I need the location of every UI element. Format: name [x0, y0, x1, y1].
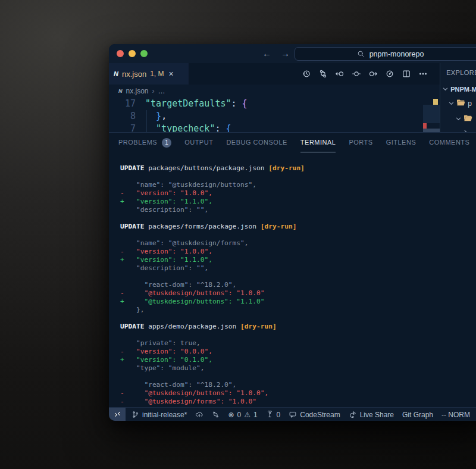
panel-tab-comments[interactable]: COMMENTS	[429, 133, 469, 152]
terminal-line: + "version": "1.1.0",	[120, 198, 476, 206]
panel-tab-gitlens[interactable]: GITLENS	[386, 133, 416, 152]
panel-tab-label: PROBLEMS	[118, 133, 157, 152]
current-change-icon[interactable]	[351, 69, 361, 79]
more-actions-icon[interactable]	[418, 69, 428, 79]
panel-tab-label: PORTS	[349, 133, 372, 152]
terminal-text: UPDATE	[120, 164, 144, 172]
live-share-status-item[interactable]: Live Share	[349, 411, 394, 419]
terminal-line: },	[120, 306, 476, 314]
panel-tab-ports[interactable]: PORTS	[349, 133, 372, 152]
ports-count: 0	[277, 411, 281, 419]
minimize-window-button[interactable]	[129, 50, 136, 57]
code-token: "typecheck"	[156, 123, 215, 132]
gitlens-commits-icon[interactable]	[212, 411, 220, 418]
command-center-search[interactable]: pnpm-monorepo	[295, 47, 476, 61]
terminal-line	[120, 173, 476, 181]
editor-group: N nx.json 1, M ×	[109, 63, 440, 132]
terminal-text: "react-dom": "^18.2.0",	[120, 381, 236, 389]
timeline-history-icon[interactable]	[301, 69, 311, 79]
terminal-text: + "version": "0.1.0",	[120, 356, 212, 364]
code-line: 8 },	[109, 110, 440, 123]
gauge-blame-icon[interactable]	[384, 69, 394, 79]
minimap[interactable]	[423, 98, 440, 132]
terminal-text: [dry-run]	[240, 323, 277, 330]
explorer-collapsed-item[interactable]	[463, 127, 468, 132]
terminal-text: - "version": "1.0.0",	[120, 189, 212, 197]
terminal-line: + "version": "0.1.0",	[120, 356, 476, 364]
terminal-output[interactable]: UPDATE packages/buttons/package.json [dr…	[109, 152, 476, 407]
chevron-down-icon	[449, 99, 454, 108]
code-token: }	[156, 110, 161, 123]
terminal-text: [dry-run]	[268, 164, 305, 172]
editor-actions	[301, 63, 428, 85]
terminal-text: "description": "",	[120, 206, 208, 214]
split-editor-icon[interactable]	[401, 69, 411, 79]
breadcrumb-ellipsis[interactable]: …	[158, 87, 165, 95]
vscode-window: ← → pnpm-monorepo N nx.json 1, M ×	[109, 44, 476, 421]
horizontal-scrollbar[interactable]	[423, 129, 440, 132]
remote-indicator[interactable]	[109, 408, 126, 421]
chevron-down-icon	[456, 115, 461, 123]
chevron-down-icon	[443, 86, 448, 93]
terminal-line: - "version": "0.0.0",	[120, 348, 476, 356]
panel-tab-terminal[interactable]: TERMINAL	[300, 133, 336, 152]
terminal-text: [dry-run]	[261, 223, 297, 230]
traffic-lights	[117, 50, 148, 57]
title-bar[interactable]: ← → pnpm-monorepo	[109, 44, 476, 63]
navigate-forward-icon[interactable]: →	[281, 48, 290, 60]
codestream-status-item[interactable]: CodeStream	[289, 411, 340, 419]
navigate-back-icon[interactable]: ←	[262, 48, 271, 60]
bottom-panel: PROBLEMS 1 OUTPUT DEBUG CONSOLE TERMINAL…	[109, 132, 476, 407]
open-folder-icon	[456, 99, 465, 108]
explorer-root-label: PNPM-MONOREPO	[450, 86, 476, 93]
terminal-line: UPDATE apps/demo/package.json [dry-run]	[120, 323, 476, 331]
next-change-icon[interactable]	[368, 69, 378, 79]
previous-change-icon[interactable]	[334, 69, 345, 79]
terminal-line: - "@tuskdesign/forms": "1.0.0"	[120, 398, 476, 406]
line-number: 7	[109, 123, 140, 132]
terminal-line: - "version": "1.0.0",	[120, 189, 476, 198]
tab-close-icon[interactable]: ×	[169, 69, 174, 79]
terminal-text: + "version": "1.1.0",	[120, 256, 212, 264]
panel-tab-problems[interactable]: PROBLEMS 1	[118, 133, 171, 152]
chevron-right-icon	[463, 127, 468, 132]
tab-strip[interactable]: N nx.json 1, M ×	[109, 63, 440, 85]
git-graph-status-item[interactable]: Git Graph	[402, 411, 433, 419]
error-icon: ⊗	[228, 411, 234, 419]
terminal-line: + "version": "1.1.0",	[120, 256, 476, 264]
panel-tab-bar[interactable]: PROBLEMS 1 OUTPUT DEBUG CONSOLE TERMINAL…	[109, 133, 476, 152]
explorer-folder-item[interactable]: p	[449, 99, 472, 108]
terminal-line	[120, 231, 476, 239]
terminal-text: apps/demo/package.json	[144, 323, 240, 330]
panel-tab-debug-console[interactable]: DEBUG CONSOLE	[226, 133, 287, 152]
git-graph-label: Git Graph	[402, 411, 433, 419]
main-row: N nx.json 1, M ×	[109, 63, 476, 132]
explorer-folder-item[interactable]	[456, 114, 475, 124]
terminal-text: - "@tuskdesign/forms": "1.0.0"	[120, 398, 256, 405]
vim-mode-indicator[interactable]: -- NORM	[441, 411, 470, 419]
panel-tab-output[interactable]: OUTPUT	[184, 133, 213, 152]
problems-status-item[interactable]: ⊗ 0 ⚠ 1	[228, 411, 257, 419]
breadcrumb-file[interactable]: nx.json	[126, 87, 149, 95]
explorer-root-item[interactable]: PNPM-MONOREPO	[443, 86, 476, 93]
terminal-text: "react-dom": "^18.2.0",	[120, 281, 236, 289]
terminal-line: "react-dom": "^18.2.0",	[120, 381, 476, 389]
minimap-viewport[interactable]	[423, 105, 440, 123]
explorer-header: EXPLORER	[446, 69, 476, 76]
terminal-text: + "@tuskdesign/buttons": "1.1.0"	[120, 298, 264, 305]
tab-nx-json[interactable]: N nx.json 1, M ×	[109, 63, 189, 85]
zoom-window-button[interactable]	[140, 50, 148, 57]
close-window-button[interactable]	[117, 50, 124, 57]
ports-status-item[interactable]: 0	[266, 411, 281, 419]
code-editor[interactable]: 17 "targetDefaults": {8 },7 "typecheck":…	[109, 98, 440, 132]
terminal-line: - "version": "1.0.0",	[120, 248, 476, 256]
code-token: {	[226, 123, 231, 132]
terminal-line: "type": "module",	[120, 364, 476, 373]
open-changes-icon[interactable]	[318, 69, 328, 79]
terminal-text: - "version": "1.0.0",	[120, 248, 212, 255]
terminal-line: "react-dom": "^18.2.0",	[120, 281, 476, 289]
git-branch-item[interactable]: initial-release*	[131, 411, 187, 419]
codestream-label: CodeStream	[300, 411, 340, 419]
breadcrumb[interactable]: N nx.json › …	[109, 85, 440, 98]
publish-changes-button[interactable]	[195, 411, 203, 418]
